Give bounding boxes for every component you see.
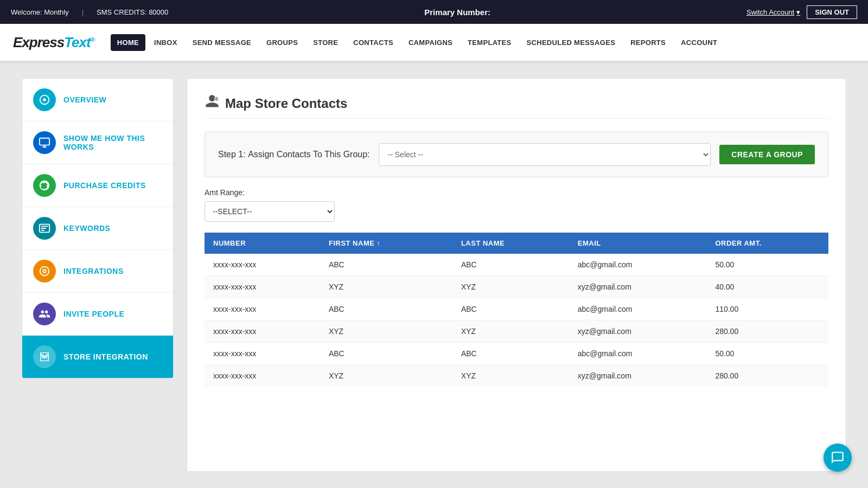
nav-item-groups[interactable]: GROUPS xyxy=(260,34,304,51)
sign-out-button[interactable]: SIGN OUT xyxy=(807,5,857,19)
nav-item-inbox[interactable]: INBOX xyxy=(148,34,184,51)
col-first-name: FIRST NAME ↑ xyxy=(320,233,452,254)
table-cell-order-amt: 40.00 xyxy=(706,276,828,298)
keywords-icon xyxy=(33,217,56,240)
store-integration-icon xyxy=(33,345,56,368)
svg-rect-1 xyxy=(40,138,49,145)
col-email: EMAIL xyxy=(569,233,707,254)
table-cell-last-name: ABC xyxy=(452,343,569,365)
table-cell-number: xxxx-xxx-xxx xyxy=(205,298,320,320)
content-panel: Map Store Contacts Step 1: Assign Contac… xyxy=(187,78,846,472)
overview-icon xyxy=(33,88,56,111)
page-title-icon xyxy=(205,94,220,113)
sidebar-item-label-invite: INVITE PEOPLE xyxy=(63,310,124,318)
sidebar-item-show-me[interactable]: SHOW ME HOW THIS WORKS xyxy=(22,121,173,164)
page-title: Map Store Contacts xyxy=(205,94,828,119)
nav-item-scheduled-messages[interactable]: SCHEDULED MESSAGES xyxy=(520,34,622,51)
step1-box: Step 1: Assign Contacts To This Group: -… xyxy=(205,132,828,177)
nav-bar: ExpressText® HOME INBOX SEND MESSAGE GRO… xyxy=(0,24,868,62)
table-cell-number: xxxx-xxx-xxx xyxy=(205,343,320,365)
sidebar-item-label-integrations: INTEGRATIONS xyxy=(63,267,124,275)
nav-item-send-message[interactable]: SEND MESSAGE xyxy=(186,34,258,51)
table-cell-email: xyz@gmail.com xyxy=(569,276,707,298)
table-cell-last-name: XYZ xyxy=(452,320,569,343)
invite-people-icon xyxy=(33,303,56,325)
chat-fab-button[interactable] xyxy=(824,444,852,472)
nav-items: HOME INBOX SEND MESSAGE GROUPS STORE CON… xyxy=(111,34,724,51)
nav-item-store[interactable]: STORE xyxy=(307,34,344,51)
table-cell-email: xyz@gmail.com xyxy=(569,365,707,387)
step1-group-select[interactable]: -- Select -- xyxy=(379,143,711,166)
nav-item-contacts[interactable]: CONTACTS xyxy=(347,34,400,51)
table-cell-first-name: XYZ xyxy=(320,276,452,298)
page-title-text: Map Store Contacts xyxy=(225,96,347,111)
svg-point-3 xyxy=(42,357,43,358)
nav-item-account[interactable]: ACCOUNT xyxy=(674,34,724,51)
table-cell-order-amt: 280.00 xyxy=(706,365,828,387)
table-cell-number: xxxx-xxx-xxx xyxy=(205,365,320,387)
table-cell-order-amt: 50.00 xyxy=(706,343,828,365)
nav-item-campaigns[interactable]: CAMPAIGNS xyxy=(402,34,459,51)
nav-item-templates[interactable]: TEMPLATES xyxy=(461,34,518,51)
amt-range-label: Amt Range: xyxy=(205,188,828,197)
sms-credits: SMS CREDITS: 80000 xyxy=(97,8,168,16)
switch-account-button[interactable]: Switch Account ▾ xyxy=(746,8,800,16)
table-cell-last-name: XYZ xyxy=(452,276,569,298)
table-cell-email: abc@gmail.com xyxy=(569,343,707,365)
purchase-credits-icon xyxy=(33,174,56,197)
table-cell-number: xxxx-xxx-xxx xyxy=(205,320,320,343)
table-row: xxxx-xxx-xxxXYZXYZxyz@gmail.com280.00 xyxy=(205,365,828,387)
nav-item-reports[interactable]: REPORTS xyxy=(624,34,672,51)
sidebar-item-keywords[interactable]: KEYWORDS xyxy=(22,207,173,250)
svg-point-5 xyxy=(46,357,47,358)
sidebar-item-invite-people[interactable]: INVITE PEOPLE xyxy=(22,293,173,336)
table-cell-first-name: ABC xyxy=(320,254,452,276)
primary-number: Primary Number: xyxy=(168,8,746,17)
create-group-button[interactable]: CREATE A GROUP xyxy=(719,145,815,164)
sidebar-item-label-keywords: KEYWORDS xyxy=(63,224,110,233)
integrations-icon xyxy=(33,260,56,282)
main-content: OVERVIEW SHOW ME HOW THIS WORKS PURCHASE… xyxy=(0,62,868,488)
welcome-text: Welcome: Monthly xyxy=(11,8,69,16)
chevron-down-icon: ▾ xyxy=(796,8,800,16)
table-header: NUMBER FIRST NAME ↑ LAST NAME EMAIL ORDE… xyxy=(205,233,828,254)
table-cell-last-name: XYZ xyxy=(452,365,569,387)
table-cell-order-amt: 50.00 xyxy=(706,254,828,276)
amt-range-section: Amt Range: --SELECT-- 0-50 51-100 101-20… xyxy=(205,188,828,233)
step1-label: Step 1: Assign Contacts To This Group: xyxy=(218,150,370,159)
sidebar-item-purchase-credits[interactable]: PURCHASE CREDITS xyxy=(22,164,173,207)
sidebar-item-label-overview: OVERVIEW xyxy=(63,95,106,104)
sidebar-item-label-show-me: SHOW ME HOW THIS WORKS xyxy=(63,134,162,151)
separator: | xyxy=(82,8,84,16)
nav-item-home[interactable]: HOME xyxy=(111,34,145,51)
sidebar-item-overview[interactable]: OVERVIEW xyxy=(22,79,173,121)
sidebar-item-label-purchase: PURCHASE CREDITS xyxy=(63,181,146,190)
table-cell-last-name: ABC xyxy=(452,254,569,276)
table-cell-email: xyz@gmail.com xyxy=(569,320,707,343)
show-me-icon xyxy=(33,131,56,154)
top-bar-right: Switch Account ▾ SIGN OUT xyxy=(746,5,857,19)
table-cell-order-amt: 110.00 xyxy=(706,298,828,320)
svg-point-4 xyxy=(44,357,46,358)
table-cell-first-name: ABC xyxy=(320,343,452,365)
col-order-amt: ORDER AMT. xyxy=(706,233,828,254)
table-cell-number: xxxx-xxx-xxx xyxy=(205,254,320,276)
table-row: xxxx-xxx-xxxXYZXYZxyz@gmail.com280.00 xyxy=(205,320,828,343)
table-cell-first-name: ABC xyxy=(320,298,452,320)
table-cell-number: xxxx-xxx-xxx xyxy=(205,276,320,298)
table-cell-last-name: ABC xyxy=(452,298,569,320)
table-row: xxxx-xxx-xxxABCABCabc@gmail.com110.00 xyxy=(205,298,828,320)
sidebar-item-label-store: STORE INTEGRATION xyxy=(63,352,148,361)
table-row: xxxx-xxx-xxxXYZXYZxyz@gmail.com40.00 xyxy=(205,276,828,298)
table-cell-email: abc@gmail.com xyxy=(569,298,707,320)
col-number: NUMBER xyxy=(205,233,320,254)
table-cell-email: abc@gmail.com xyxy=(569,254,707,276)
contacts-table: NUMBER FIRST NAME ↑ LAST NAME EMAIL ORDE… xyxy=(205,233,828,387)
primary-number-label: Primary Number: xyxy=(424,8,490,17)
table-row: xxxx-xxx-xxxABCABCabc@gmail.com50.00 xyxy=(205,343,828,365)
amt-range-select[interactable]: --SELECT-- 0-50 51-100 101-200 201-500 5… xyxy=(205,201,335,222)
sidebar: OVERVIEW SHOW ME HOW THIS WORKS PURCHASE… xyxy=(22,78,174,378)
table-cell-first-name: XYZ xyxy=(320,365,452,387)
sidebar-item-store-integration[interactable]: STORE INTEGRATION xyxy=(22,336,173,378)
sidebar-item-integrations[interactable]: INTEGRATIONS xyxy=(22,250,173,293)
